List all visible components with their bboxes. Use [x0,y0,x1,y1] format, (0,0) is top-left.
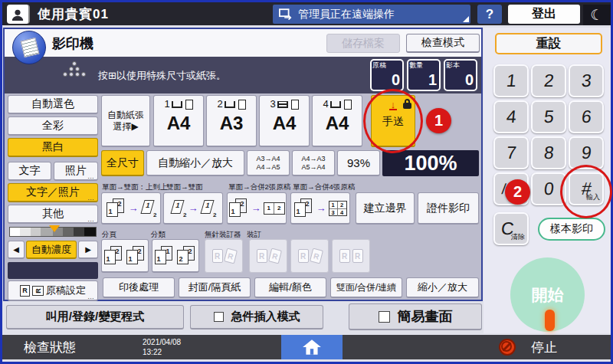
annotation-circle-bypass [363,89,423,153]
combine-arrow-icon: → [251,202,261,214]
program-button[interactable]: 叫用/登錄/變更程式 [6,305,184,330]
ratio-93-button[interactable]: 93% [337,150,380,176]
user-icon[interactable] [7,5,30,24]
pages-icon: 2 1 [229,198,249,218]
clear-button[interactable]: C 清除 [493,212,529,245]
full-color-button[interactable]: 全彩 [8,116,98,136]
create-margin-button[interactable]: 建立邊界 [356,192,415,225]
combine-4-originals-button[interactable]: 2 1 → 12 34 [290,192,350,225]
tray-1-button[interactable]: 1 A4 [153,95,204,147]
banner-fold-icon [463,16,469,22]
home-icon [302,338,322,356]
remote-screen-icon [279,8,293,20]
stop-button[interactable]: 停止 [531,339,557,356]
sample-copy-button[interactable]: 樣本影印 [538,218,605,241]
tray-2-button[interactable]: 2 A3 [206,95,257,147]
auto-paper-select-button[interactable]: 自動紙張 選擇▶ [101,95,150,147]
paper-orientation-icon [185,100,193,110]
top-bar: 使用貴賓01 管理員正在遠端操作 ? 登出 ☾ [2,2,611,25]
duplex-label: 單面→雙面：上到上 [102,182,168,192]
pages-icon: 2 1 [294,198,314,218]
start-indicator-icon [545,310,555,331]
combine-arrow-icon: → [129,202,139,214]
staple-top-left-button[interactable]: RR [249,239,287,273]
key-1[interactable]: 1 [493,64,529,97]
auto-color-select-button[interactable]: 自動選色 [8,95,98,114]
duplex-page-icon: 1 2 [141,199,156,218]
tab-cover-slip-sheet[interactable]: 封面/隔頁紙 [179,277,251,298]
combine-arrow-icon: → [188,202,198,214]
check-mode-button[interactable]: 檢查模式 [406,34,480,53]
sorted-pages-icon: 2 1 [104,246,124,266]
paper-orientation-icon [291,100,299,110]
key-5[interactable]: 5 [531,100,566,133]
person-icon [11,8,25,21]
checkbox-icon [379,311,390,323]
tab-edit-color[interactable]: 編輯/顏色 [254,277,326,298]
enlarge-preset-button[interactable]: A4→A3A5→A4 [292,150,335,176]
black-white-button[interactable]: 黑白 [8,138,98,157]
tab-duplex-combine-series[interactable]: 雙面/合併/連續 [330,277,402,298]
original-type-photo-button[interactable]: 照片… [54,162,98,181]
density-darker-button[interactable]: ▶ [78,241,98,259]
paper-level-full-icon [277,101,288,108]
energy-saver-button[interactable]: ☾ [583,5,611,25]
paper-orientation-icon [344,100,352,110]
logout-button[interactable]: 登出 [508,5,580,24]
check-status-button[interactable]: 檢查狀態 [24,339,76,356]
orientation-r-icon: R [20,285,30,297]
paper-level-icon [172,101,182,108]
key-6[interactable]: 6 [569,100,604,133]
annotation-circle-enter-key [560,165,612,218]
stacked-pages-icon: 1 1 [155,246,175,266]
quantity-counter: 數量 1 [407,59,441,91]
date-display: 2021/04/08 13:22 [143,337,181,357]
original-type-other-button[interactable]: 其他… [8,205,98,224]
combine-2-originals-button[interactable]: 2 1 → 12 [227,192,287,225]
document-icon [21,38,40,57]
store-file-button[interactable]: 儲存檔案 [326,34,400,53]
full-size-button[interactable]: 全尺寸 [101,150,144,176]
density-slider[interactable] [9,227,97,237]
copier-app-icon [12,31,46,64]
staple-two-position-button[interactable]: RR [332,239,370,273]
key-2[interactable]: 2 [531,64,566,97]
key-7[interactable]: 7 [493,136,529,169]
tab-reduce-enlarge[interactable]: 縮小／放大 [406,277,479,298]
key-8[interactable]: 8 [531,136,566,169]
original-type-text-photo-button[interactable]: 文字／照片… [8,183,98,202]
combined-2-page-icon: 12 [264,202,285,215]
two-sided-to-two-sided-button[interactable]: 1 2 → 1 2 [163,192,223,225]
tray-3-button[interactable]: 3 A4 [259,95,310,147]
stacked-pages-icon: 2 2 [177,246,197,266]
annotation-badge-2: 2 [505,179,530,205]
interrupt-mode-button[interactable]: 急件插入模式 [190,305,323,330]
reset-button[interactable]: 重設 [495,33,602,54]
page-title: 影印機 [52,34,93,53]
original-type-text-button[interactable]: 文字 [8,162,51,181]
home-button[interactable] [281,335,343,359]
paper-level-icon [330,101,341,108]
stack-button[interactable]: 1 1 2 2 [152,239,199,273]
tab-finishing[interactable]: 印後處理 [103,277,175,298]
stapleless-staple-button[interactable]: RR [205,239,243,273]
reduce-preset-button[interactable]: A3→A4A4→A5 [247,150,290,176]
logged-in-user: 使用貴賓01 [38,5,109,23]
key-4[interactable]: 4 [493,100,529,133]
one-sided-to-two-sided-button[interactable]: 2 1 → 1 2 [101,192,161,225]
auto-reduce-enlarge-button[interactable]: 自動縮小／放大 [146,150,244,176]
simple-screen-button[interactable]: 簡易畫面 [349,303,482,330]
original-setting-button[interactable]: R R 原稿設定 … [8,280,98,301]
copies-counter: 影本 0 [444,59,477,91]
density-lighter-button[interactable]: ◀ [8,241,25,259]
special-paper-hint: 按⊞以使用特殊尺寸或紙張。 [98,69,226,83]
auto-density-button[interactable]: 自動濃度 [26,241,77,259]
staple-top-right-button[interactable]: RR [290,239,329,273]
key-3[interactable]: 3 [569,64,604,97]
id-card-copy-button[interactable]: 證件影印 [418,192,479,225]
special-paper-dots-icon [63,61,86,77]
sort-button[interactable]: 2 1 2 1 [101,239,149,273]
remote-operation-banner[interactable]: 管理員正在遠端操作 [273,5,470,24]
tray-4-button[interactable]: 4 A4 [312,95,362,147]
help-button[interactable]: ? [477,5,502,24]
